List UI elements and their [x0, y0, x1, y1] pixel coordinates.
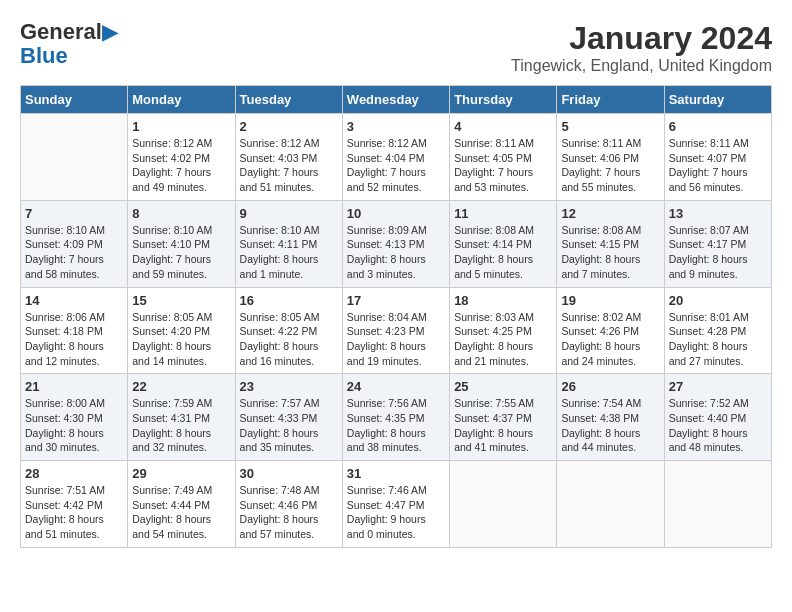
calendar-cell: 4Sunrise: 8:11 AMSunset: 4:05 PMDaylight…: [450, 114, 557, 201]
day-info: Sunrise: 8:10 AMSunset: 4:11 PMDaylight:…: [240, 223, 338, 282]
header-monday: Monday: [128, 86, 235, 114]
day-info: Sunrise: 7:52 AMSunset: 4:40 PMDaylight:…: [669, 396, 767, 455]
calendar-table: SundayMondayTuesdayWednesdayThursdayFrid…: [20, 85, 772, 548]
day-info: Sunrise: 7:46 AMSunset: 4:47 PMDaylight:…: [347, 483, 445, 542]
week-row-1: 1Sunrise: 8:12 AMSunset: 4:02 PMDaylight…: [21, 114, 772, 201]
day-info: Sunrise: 8:05 AMSunset: 4:22 PMDaylight:…: [240, 310, 338, 369]
calendar-cell: 24Sunrise: 7:56 AMSunset: 4:35 PMDayligh…: [342, 374, 449, 461]
calendar-cell: 27Sunrise: 7:52 AMSunset: 4:40 PMDayligh…: [664, 374, 771, 461]
header-saturday: Saturday: [664, 86, 771, 114]
day-number: 24: [347, 379, 445, 394]
day-number: 2: [240, 119, 338, 134]
calendar-cell: 14Sunrise: 8:06 AMSunset: 4:18 PMDayligh…: [21, 287, 128, 374]
day-info: Sunrise: 8:06 AMSunset: 4:18 PMDaylight:…: [25, 310, 123, 369]
calendar-cell: 17Sunrise: 8:04 AMSunset: 4:23 PMDayligh…: [342, 287, 449, 374]
day-info: Sunrise: 8:12 AMSunset: 4:03 PMDaylight:…: [240, 136, 338, 195]
day-number: 9: [240, 206, 338, 221]
day-number: 25: [454, 379, 552, 394]
calendar-cell: [664, 461, 771, 548]
calendar-cell: 29Sunrise: 7:49 AMSunset: 4:44 PMDayligh…: [128, 461, 235, 548]
day-info: Sunrise: 8:07 AMSunset: 4:17 PMDaylight:…: [669, 223, 767, 282]
day-info: Sunrise: 7:48 AMSunset: 4:46 PMDaylight:…: [240, 483, 338, 542]
calendar-cell: 12Sunrise: 8:08 AMSunset: 4:15 PMDayligh…: [557, 200, 664, 287]
calendar-cell: 31Sunrise: 7:46 AMSunset: 4:47 PMDayligh…: [342, 461, 449, 548]
day-number: 3: [347, 119, 445, 134]
day-info: Sunrise: 8:12 AMSunset: 4:02 PMDaylight:…: [132, 136, 230, 195]
calendar-cell: 9Sunrise: 8:10 AMSunset: 4:11 PMDaylight…: [235, 200, 342, 287]
day-info: Sunrise: 8:02 AMSunset: 4:26 PMDaylight:…: [561, 310, 659, 369]
day-number: 21: [25, 379, 123, 394]
day-info: Sunrise: 8:08 AMSunset: 4:14 PMDaylight:…: [454, 223, 552, 282]
day-info: Sunrise: 8:09 AMSunset: 4:13 PMDaylight:…: [347, 223, 445, 282]
calendar-cell: 30Sunrise: 7:48 AMSunset: 4:46 PMDayligh…: [235, 461, 342, 548]
day-number: 20: [669, 293, 767, 308]
calendar-cell: 10Sunrise: 8:09 AMSunset: 4:13 PMDayligh…: [342, 200, 449, 287]
calendar-subtitle: Tingewick, England, United Kingdom: [511, 57, 772, 75]
day-number: 19: [561, 293, 659, 308]
day-number: 29: [132, 466, 230, 481]
day-info: Sunrise: 8:08 AMSunset: 4:15 PMDaylight:…: [561, 223, 659, 282]
day-number: 11: [454, 206, 552, 221]
calendar-cell: 23Sunrise: 7:57 AMSunset: 4:33 PMDayligh…: [235, 374, 342, 461]
calendar-cell: [450, 461, 557, 548]
day-info: Sunrise: 7:51 AMSunset: 4:42 PMDaylight:…: [25, 483, 123, 542]
day-number: 15: [132, 293, 230, 308]
calendar-cell: 28Sunrise: 7:51 AMSunset: 4:42 PMDayligh…: [21, 461, 128, 548]
day-info: Sunrise: 8:11 AMSunset: 4:05 PMDaylight:…: [454, 136, 552, 195]
title-block: January 2024 Tingewick, England, United …: [511, 20, 772, 75]
calendar-cell: 15Sunrise: 8:05 AMSunset: 4:20 PMDayligh…: [128, 287, 235, 374]
calendar-cell: 25Sunrise: 7:55 AMSunset: 4:37 PMDayligh…: [450, 374, 557, 461]
calendar-cell: 20Sunrise: 8:01 AMSunset: 4:28 PMDayligh…: [664, 287, 771, 374]
calendar-cell: 3Sunrise: 8:12 AMSunset: 4:04 PMDaylight…: [342, 114, 449, 201]
header-thursday: Thursday: [450, 86, 557, 114]
calendar-cell: 22Sunrise: 7:59 AMSunset: 4:31 PMDayligh…: [128, 374, 235, 461]
day-number: 18: [454, 293, 552, 308]
day-info: Sunrise: 8:00 AMSunset: 4:30 PMDaylight:…: [25, 396, 123, 455]
day-number: 10: [347, 206, 445, 221]
header-tuesday: Tuesday: [235, 86, 342, 114]
calendar-cell: 16Sunrise: 8:05 AMSunset: 4:22 PMDayligh…: [235, 287, 342, 374]
calendar-cell: 21Sunrise: 8:00 AMSunset: 4:30 PMDayligh…: [21, 374, 128, 461]
day-info: Sunrise: 8:11 AMSunset: 4:07 PMDaylight:…: [669, 136, 767, 195]
day-info: Sunrise: 8:12 AMSunset: 4:04 PMDaylight:…: [347, 136, 445, 195]
day-number: 30: [240, 466, 338, 481]
day-number: 28: [25, 466, 123, 481]
day-number: 12: [561, 206, 659, 221]
calendar-cell: 5Sunrise: 8:11 AMSunset: 4:06 PMDaylight…: [557, 114, 664, 201]
day-info: Sunrise: 8:01 AMSunset: 4:28 PMDaylight:…: [669, 310, 767, 369]
week-row-4: 21Sunrise: 8:00 AMSunset: 4:30 PMDayligh…: [21, 374, 772, 461]
calendar-title: January 2024: [511, 20, 772, 57]
logo: General▶ Blue: [20, 20, 117, 68]
page-header: General▶ Blue January 2024 Tingewick, En…: [20, 20, 772, 75]
day-number: 22: [132, 379, 230, 394]
day-info: Sunrise: 7:55 AMSunset: 4:37 PMDaylight:…: [454, 396, 552, 455]
day-number: 7: [25, 206, 123, 221]
day-info: Sunrise: 7:49 AMSunset: 4:44 PMDaylight:…: [132, 483, 230, 542]
day-info: Sunrise: 8:11 AMSunset: 4:06 PMDaylight:…: [561, 136, 659, 195]
calendar-cell: 13Sunrise: 8:07 AMSunset: 4:17 PMDayligh…: [664, 200, 771, 287]
calendar-cell: 26Sunrise: 7:54 AMSunset: 4:38 PMDayligh…: [557, 374, 664, 461]
header-wednesday: Wednesday: [342, 86, 449, 114]
day-info: Sunrise: 7:57 AMSunset: 4:33 PMDaylight:…: [240, 396, 338, 455]
day-info: Sunrise: 8:04 AMSunset: 4:23 PMDaylight:…: [347, 310, 445, 369]
calendar-cell: 11Sunrise: 8:08 AMSunset: 4:14 PMDayligh…: [450, 200, 557, 287]
calendar-cell: 6Sunrise: 8:11 AMSunset: 4:07 PMDaylight…: [664, 114, 771, 201]
day-number: 27: [669, 379, 767, 394]
day-number: 4: [454, 119, 552, 134]
calendar-cell: [21, 114, 128, 201]
week-row-2: 7Sunrise: 8:10 AMSunset: 4:09 PMDaylight…: [21, 200, 772, 287]
week-row-3: 14Sunrise: 8:06 AMSunset: 4:18 PMDayligh…: [21, 287, 772, 374]
day-info: Sunrise: 7:54 AMSunset: 4:38 PMDaylight:…: [561, 396, 659, 455]
logo-text: General▶ Blue: [20, 20, 117, 68]
day-info: Sunrise: 8:03 AMSunset: 4:25 PMDaylight:…: [454, 310, 552, 369]
day-info: Sunrise: 8:10 AMSunset: 4:10 PMDaylight:…: [132, 223, 230, 282]
day-number: 1: [132, 119, 230, 134]
day-number: 5: [561, 119, 659, 134]
calendar-cell: 18Sunrise: 8:03 AMSunset: 4:25 PMDayligh…: [450, 287, 557, 374]
day-number: 16: [240, 293, 338, 308]
day-number: 17: [347, 293, 445, 308]
day-number: 23: [240, 379, 338, 394]
day-info: Sunrise: 7:59 AMSunset: 4:31 PMDaylight:…: [132, 396, 230, 455]
day-number: 13: [669, 206, 767, 221]
day-number: 26: [561, 379, 659, 394]
